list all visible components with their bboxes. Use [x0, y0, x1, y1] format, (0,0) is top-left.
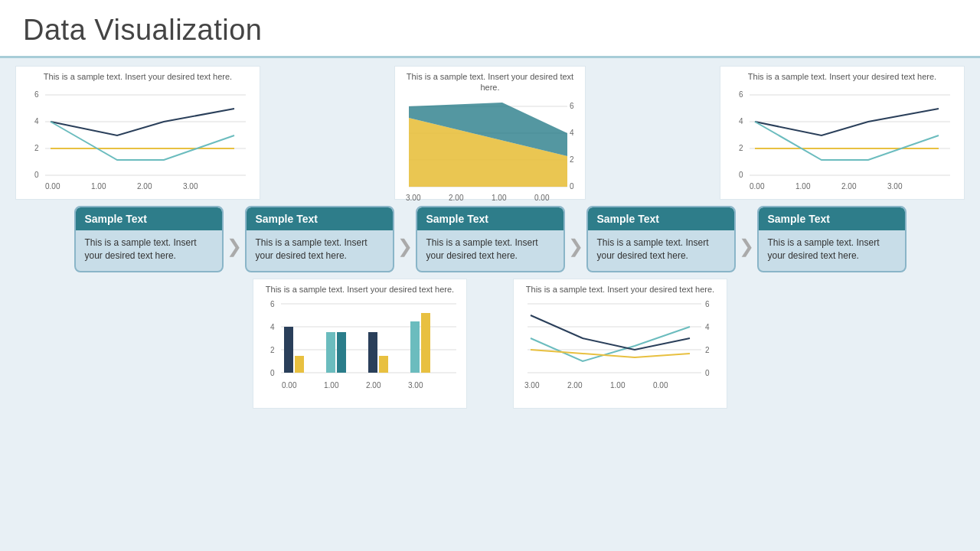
top-right-chart: This is a sample text. Insert your desir… — [720, 66, 965, 200]
svg-rect-57 — [421, 313, 430, 373]
top-center-chart-svg: 6 4 2 0 3.00 2.00 1.00 0.00 — [403, 95, 583, 208]
bottom-right-chart-svg: 6 4 2 0 3.00 2.00 1.00 0.00 — [521, 296, 720, 403]
step-1: Sample Text This is a sample text. Inser… — [74, 206, 224, 272]
svg-text:0: 0 — [705, 369, 710, 377]
svg-rect-52 — [326, 332, 335, 373]
svg-text:1.00: 1.00 — [91, 182, 106, 191]
arrow-1: ❯ — [227, 220, 242, 257]
svg-text:3.00: 3.00 — [408, 381, 423, 390]
bottom-right-chart: This is a sample text. Insert your desir… — [513, 279, 727, 409]
svg-text:2.00: 2.00 — [366, 381, 381, 390]
top-center-chart-title: This is a sample text. Insert your desir… — [403, 71, 577, 93]
svg-text:2: 2 — [34, 144, 39, 152]
svg-text:0.00: 0.00 — [282, 381, 297, 390]
step-1-header: Sample Text — [76, 207, 222, 230]
step-1-body: This is a sample text. Insert your desir… — [76, 230, 222, 271]
top-right-chart-svg: 6 4 2 0 0.00 1.00 2.00 3.00 — [728, 83, 958, 197]
svg-text:6: 6 — [270, 300, 275, 308]
svg-text:2.00: 2.00 — [449, 194, 464, 202]
svg-text:4: 4 — [34, 117, 39, 126]
step-3-body: This is a sample text. Insert your desir… — [417, 230, 564, 271]
step-2-body: This is a sample text. Insert your desir… — [247, 230, 393, 271]
page: Data Visualization This is a sample text… — [0, 0, 980, 551]
step-2-header: Sample Text — [247, 207, 393, 230]
svg-text:0.00: 0.00 — [534, 194, 550, 202]
svg-text:3.00: 3.00 — [887, 182, 903, 191]
svg-text:0: 0 — [34, 171, 39, 179]
svg-text:6: 6 — [570, 102, 574, 110]
svg-rect-53 — [337, 332, 346, 373]
step-5-body: This is a sample text. Insert your desir… — [759, 230, 905, 271]
bottom-right-chart-title: This is a sample text. Insert your desir… — [521, 284, 719, 295]
svg-text:4: 4 — [270, 323, 275, 331]
svg-text:2: 2 — [570, 155, 574, 164]
svg-text:1.00: 1.00 — [795, 182, 811, 191]
arrow-2: ❯ — [397, 220, 413, 257]
header: Data Visualization — [0, 0, 980, 58]
svg-rect-56 — [410, 321, 420, 373]
main-content: This is a sample text. Insert your desir… — [0, 58, 980, 416]
svg-text:0: 0 — [570, 182, 574, 191]
bottom-left-chart-title: This is a sample text. Insert your desir… — [261, 284, 459, 295]
top-right-chart-title: This is a sample text. Insert your desir… — [728, 71, 956, 82]
step-4: Sample Text This is a sample text. Inser… — [586, 206, 736, 272]
svg-text:1.00: 1.00 — [492, 194, 507, 202]
svg-text:4: 4 — [570, 129, 574, 137]
svg-text:0: 0 — [270, 369, 275, 377]
svg-text:2: 2 — [739, 144, 743, 152]
svg-rect-54 — [368, 332, 377, 373]
svg-text:0: 0 — [739, 171, 743, 179]
svg-text:3.00: 3.00 — [406, 194, 421, 202]
step-4-header: Sample Text — [588, 207, 734, 230]
top-left-chart-title: This is a sample text. Insert your desir… — [24, 71, 252, 82]
svg-text:6: 6 — [705, 300, 710, 308]
steps-row: Sample Text This is a sample text. Inser… — [15, 206, 965, 272]
bottom-left-chart-svg: 6 4 2 0 0.00 1.00 2.00 3.00 — [261, 296, 460, 403]
step-3-header: Sample Text — [417, 207, 564, 230]
svg-text:6: 6 — [34, 90, 39, 99]
svg-text:0.00: 0.00 — [750, 182, 765, 191]
svg-rect-50 — [284, 327, 293, 373]
svg-text:4: 4 — [739, 117, 743, 126]
step-5-header: Sample Text — [759, 207, 905, 230]
step-5: Sample Text This is a sample text. Inser… — [757, 206, 906, 272]
svg-text:2.00: 2.00 — [137, 182, 152, 191]
svg-text:3.00: 3.00 — [524, 381, 540, 390]
top-left-chart: This is a sample text. Insert your desir… — [15, 66, 260, 200]
svg-text:4: 4 — [705, 323, 710, 331]
svg-text:2.00: 2.00 — [567, 381, 583, 390]
top-center-chart: This is a sample text. Insert your desir… — [394, 66, 586, 200]
top-left-chart-svg: 6 4 2 0 0.00 1.00 2.00 3.00 — [24, 83, 253, 197]
svg-text:3.00: 3.00 — [183, 182, 198, 191]
svg-text:2: 2 — [705, 346, 710, 354]
svg-text:0.00: 0.00 — [45, 182, 60, 191]
svg-text:2.00: 2.00 — [841, 182, 857, 191]
step-4-body: This is a sample text. Insert your desir… — [588, 230, 734, 271]
svg-text:1.00: 1.00 — [610, 381, 626, 390]
svg-rect-55 — [379, 356, 388, 373]
svg-rect-51 — [295, 356, 304, 373]
svg-text:0.00: 0.00 — [653, 381, 668, 390]
step-2: Sample Text This is a sample text. Inser… — [245, 206, 394, 272]
svg-text:2: 2 — [270, 346, 275, 354]
bottom-charts-row: This is a sample text. Insert your desir… — [15, 279, 965, 409]
arrow-3: ❯ — [568, 220, 583, 257]
bottom-left-chart: This is a sample text. Insert your desir… — [253, 279, 467, 409]
svg-text:6: 6 — [739, 90, 743, 99]
page-title: Data Visualization — [23, 14, 957, 47]
top-charts-row: This is a sample text. Insert your desir… — [15, 66, 965, 200]
step-3: Sample Text This is a sample text. Inser… — [416, 206, 565, 272]
svg-text:1.00: 1.00 — [324, 381, 339, 390]
arrow-4: ❯ — [739, 220, 754, 257]
